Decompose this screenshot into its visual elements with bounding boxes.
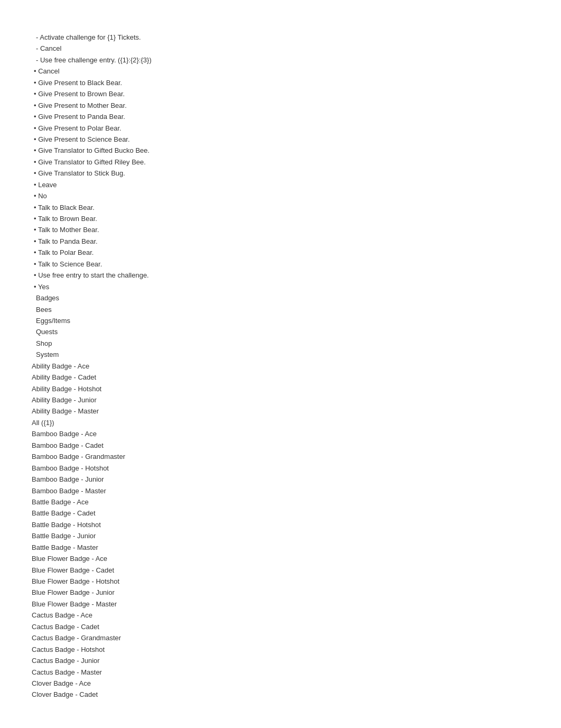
list-item: Shop [32, 338, 507, 349]
list-item: Bamboo Badge - Hotshot [32, 463, 507, 474]
list-item: Cactus Badge - Hotshot [32, 644, 507, 655]
list-item: Eggs/Items [32, 315, 507, 326]
list-item: Ability Badge - Junior [32, 394, 507, 406]
list-item: • Give Present to Brown Bear. [32, 88, 507, 99]
list-item: • Leave [32, 179, 507, 190]
list-item: Ability Badge - Hotshot [32, 383, 507, 394]
list-item: • Cancel [32, 66, 507, 77]
list-item: Battle Badge - Hotshot [32, 519, 507, 530]
list-item: • Talk to Mother Bear. [32, 224, 507, 235]
list-item: Clover Badge - Ace [32, 678, 507, 689]
list-item: Ability Badge - Ace [32, 361, 507, 372]
list-item: • Give Present to Polar Bear. [32, 123, 507, 134]
list-item: Cactus Badge - Junior [32, 655, 507, 666]
list-item: Clover Badge - Cadet [32, 689, 507, 700]
list-item: • Talk to Black Bear. [32, 202, 507, 213]
main-content: - Activate challenge for {1} Tickets.- C… [32, 32, 507, 701]
list-item: Ability Badge - Cadet [32, 372, 507, 383]
list-item: • Give Present to Black Bear. [32, 77, 507, 88]
list-item: Cactus Badge - Master [32, 667, 507, 678]
list-item: Bees [32, 304, 507, 315]
list-item: • Talk to Panda Bear. [32, 236, 507, 247]
list-item: • Yes [32, 281, 507, 292]
list-item: System [32, 349, 507, 360]
list-item: - Activate challenge for {1} Tickets. [32, 32, 507, 43]
list-item: • Give Translator to Gifted Bucko Bee. [32, 145, 507, 156]
list-item: Battle Badge - Ace [32, 496, 507, 508]
list-item: • Give Translator to Stick Bug. [32, 168, 507, 179]
list-item: Battle Badge - Master [32, 542, 507, 553]
list-item: Blue Flower Badge - Ace [32, 553, 507, 564]
list-item: - Cancel [32, 43, 507, 54]
list-item: • Give Present to Science Bear. [32, 134, 507, 145]
list-item: • Give Present to Mother Bear. [32, 100, 507, 111]
list-item: • No [32, 190, 507, 201]
list-item: All ({1}) [32, 417, 507, 428]
list-item: • Talk to Polar Bear. [32, 247, 507, 258]
list-item: Blue Flower Badge - Cadet [32, 565, 507, 576]
list-item: Bamboo Badge - Cadet [32, 440, 507, 451]
list-item: • Talk to Science Bear. [32, 259, 507, 270]
list-item: Badges [32, 292, 507, 303]
list-item: - Use free challenge entry. ({1}:{2}:{3}… [32, 54, 507, 66]
list-item: • Talk to Brown Bear. [32, 213, 507, 224]
list-item: Quests [32, 326, 507, 337]
list-item: Cactus Badge - Ace [32, 610, 507, 621]
list-item: • Give Present to Panda Bear. [32, 111, 507, 122]
list-item: Bamboo Badge - Grandmaster [32, 451, 507, 462]
list-item: Bamboo Badge - Master [32, 485, 507, 496]
list-item: Cactus Badge - Grandmaster [32, 632, 507, 643]
list-item: • Use free entry to start the challenge. [32, 270, 507, 281]
list-item: Bamboo Badge - Junior [32, 474, 507, 485]
list-item: Cactus Badge - Cadet [32, 621, 507, 632]
list-item: Blue Flower Badge - Master [32, 598, 507, 610]
list-item: • Give Translator to Gifted Riley Bee. [32, 156, 507, 168]
list-item: Bamboo Badge - Ace [32, 428, 507, 439]
list-item: Battle Badge - Junior [32, 530, 507, 541]
list-item: Blue Flower Badge - Hotshot [32, 576, 507, 587]
list-item: Ability Badge - Master [32, 406, 507, 417]
list-item: Battle Badge - Cadet [32, 508, 507, 519]
list-item: Blue Flower Badge - Junior [32, 587, 507, 598]
